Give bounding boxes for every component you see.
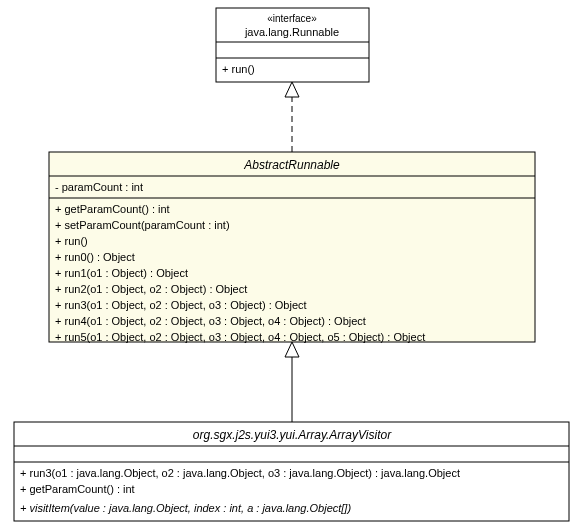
concrete-method-0: + run3(o1 : java.lang.Object, o2 : java.…	[20, 467, 460, 479]
array-visitor-class: org.sgx.j2s.yui3.yui.Array.ArrayVisitor …	[14, 422, 569, 521]
concrete-method-1: + getParamCount() : int	[20, 483, 135, 495]
abstract-method-1: + setParamCount(paramCount : int)	[55, 219, 230, 231]
abstract-method-6: + run3(o1 : Object, o2 : Object, o3 : Ob…	[55, 299, 307, 311]
generalization-relation	[285, 342, 299, 422]
abstract-method-0: + getParamCount() : int	[55, 203, 170, 215]
interface-name: java.lang.Runnable	[244, 26, 339, 38]
generalization-arrowhead	[285, 342, 299, 357]
abstract-method-2: + run()	[55, 235, 88, 247]
interface-method-0: + run()	[222, 63, 255, 75]
abstract-method-8: + run5(o1 : Object, o2 : Object, o3 : Ob…	[55, 331, 425, 343]
interface-runnable-class: «interface» java.lang.Runnable + run()	[216, 8, 369, 82]
concrete-name: org.sgx.j2s.yui3.yui.Array.ArrayVisitor	[193, 428, 392, 442]
concrete-method-2: + visitItem(value : java.lang.Object, in…	[20, 502, 351, 514]
uml-diagram: «interface» java.lang.Runnable + run() A…	[0, 0, 571, 531]
realization-relation	[285, 82, 299, 152]
abstract-runnable-class: AbstractRunnable - paramCount : int + ge…	[49, 152, 535, 343]
abstract-method-7: + run4(o1 : Object, o2 : Object, o3 : Ob…	[55, 315, 366, 327]
abstract-method-4: + run1(o1 : Object) : Object	[55, 267, 188, 279]
realization-arrowhead	[285, 82, 299, 97]
abstract-name: AbstractRunnable	[243, 158, 340, 172]
abstract-method-5: + run2(o1 : Object, o2 : Object) : Objec…	[55, 283, 247, 295]
abstract-method-3: + run0() : Object	[55, 251, 135, 263]
interface-stereotype: «interface»	[267, 13, 317, 24]
abstract-attr-0: - paramCount : int	[55, 181, 143, 193]
